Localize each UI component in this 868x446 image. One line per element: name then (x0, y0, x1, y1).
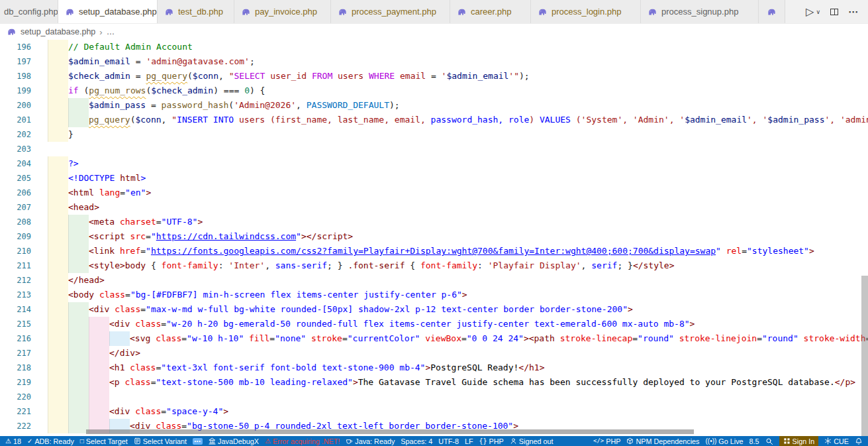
status-item-8-5[interactable]: 8.5 (749, 436, 759, 446)
line-number[interactable]: 219 (0, 375, 48, 390)
code-line[interactable]: 198$check_admin = pg_query($conn, "SELEC… (0, 69, 868, 84)
tab-stub[interactable] (759, 0, 785, 23)
split-editor-icon[interactable] (830, 9, 838, 15)
code-line[interactable]: 220 (0, 390, 868, 404)
line-number[interactable]: 221 (0, 404, 48, 419)
line-number[interactable]: 218 (0, 361, 48, 375)
line-number[interactable]: 220 (0, 390, 48, 404)
tab-strip: db_config.phpsetup_database.php×test_db.… (0, 0, 785, 23)
line-number[interactable]: 205 (0, 171, 48, 186)
tab-test_db-php[interactable]: test_db.php (158, 0, 234, 23)
tab-db_config-php[interactable]: db_config.php (0, 0, 58, 23)
line-number[interactable]: 197 (0, 54, 48, 69)
status-item-error-acquiring-net-[interactable]: ⚠Error acquiring .NET! (265, 436, 340, 446)
code-line[interactable]: 212</head> (0, 273, 868, 288)
status-item-java-ready[interactable]: Java: Ready (346, 436, 395, 446)
status-item-javadebugx[interactable]: JavaDebugX (209, 436, 259, 446)
line-number[interactable]: 207 (0, 200, 48, 215)
line-number[interactable]: 200 (0, 98, 48, 113)
line-number[interactable]: 222 (0, 419, 48, 433)
line-number[interactable]: 196 (0, 40, 48, 54)
tab-career-php[interactable]: career.php (450, 0, 531, 23)
tab-pay_invoice-php[interactable]: pay_invoice.php (234, 0, 331, 23)
tab-process_login-php[interactable]: process_login.php (531, 0, 641, 23)
code-line[interactable]: 199if (pg_num_rows($check_admin) === 0) … (0, 84, 868, 98)
tab-process_payment-php[interactable]: process_payment.php (331, 0, 450, 23)
line-number[interactable]: 206 (0, 186, 48, 200)
variant-icon (134, 437, 141, 445)
status-item-magnifier[interactable] (765, 436, 773, 446)
line-number[interactable]: 209 (0, 229, 48, 244)
status-item-signed-out[interactable]: Signed out (510, 436, 554, 446)
code-line[interactable]: 218<h1 class="text-3xl font-serif font-b… (0, 361, 868, 375)
line-number[interactable]: 215 (0, 317, 48, 331)
line-number[interactable]: 198 (0, 69, 48, 84)
status-item-spaces-4[interactable]: Spaces: 4 (401, 436, 432, 446)
breadcrumb-file[interactable]: setup_database.php (21, 27, 95, 36)
code-line[interactable]: 203 (0, 142, 868, 156)
status-item-adb-ready[interactable]: ✓ADB: Ready (27, 436, 74, 446)
status-item-sign-in[interactable]: Sign In (779, 436, 819, 446)
code-line[interactable]: 214<div class="max-w-md w-full bg-white … (0, 302, 868, 317)
code-line[interactable]: 221<div class="space-y-4"> (0, 404, 868, 419)
breadcrumb-ellipsis[interactable]: … (107, 27, 115, 36)
line-number[interactable]: 204 (0, 156, 48, 171)
line-number[interactable]: 210 (0, 244, 48, 258)
php-elephant-icon (241, 7, 251, 17)
code-text: <h1 class="text-3xl font-serif font-bold… (109, 361, 544, 375)
status-item-npm-dependencies[interactable]: NPM Dependencies (626, 436, 699, 446)
status-item-select-variant[interactable]: Select Variant (134, 436, 187, 446)
code-line[interactable]: 211<style>body { font-family: 'Inter', s… (0, 258, 868, 273)
code-line[interactable]: 215<div class="w-20 h-20 bg-emerald-50 r… (0, 317, 868, 331)
vertical-scrollbar[interactable] (861, 276, 868, 436)
status-item-utf-8[interactable]: UTF-8 (438, 436, 459, 446)
code-line[interactable]: 217</div> (0, 346, 868, 361)
code-line[interactable]: 210<link href="https://fonts.googleapis.… (0, 244, 868, 258)
asterisk-icon (824, 437, 832, 445)
line-number[interactable]: 211 (0, 258, 48, 273)
code-line[interactable]: 206<html lang="en"> (0, 186, 868, 200)
line-number[interactable]: 214 (0, 302, 48, 317)
line-number[interactable]: 213 (0, 288, 48, 302)
status-item-bell[interactable] (855, 436, 863, 446)
line-number[interactable]: 208 (0, 215, 48, 229)
code-line[interactable]: 213<body class="bg-[#FDFBF7] min-h-scree… (0, 288, 868, 302)
status-item-18[interactable]: ⚠18 (5, 436, 21, 446)
line-number[interactable]: 201 (0, 113, 48, 127)
line-number[interactable]: 202 (0, 127, 48, 142)
code-line[interactable]: 197$admin_email = 'admin@gatavase.com'; (0, 54, 868, 69)
indent-guide (89, 331, 109, 346)
tab-setup_database-php[interactable]: setup_database.php× (58, 0, 158, 23)
code-line[interactable]: 209<script src="https://cdn.tailwindcss.… (0, 229, 868, 244)
code-line[interactable]: 216<svg class="w-10 h-10" fill="none" st… (0, 331, 868, 346)
line-number[interactable]: 217 (0, 346, 48, 361)
status-item-php[interactable]: {}PHP (479, 436, 504, 446)
code-line[interactable]: 207<head> (0, 200, 868, 215)
code-line[interactable]: 200$admin_pass = password_hash('Admin@20… (0, 98, 868, 113)
code-line[interactable]: 219<p class="text-stone-500 mb-10 leadin… (0, 375, 868, 390)
code-line[interactable]: 196// Default Admin Account (0, 40, 868, 54)
status-item-lf[interactable]: LF (465, 436, 473, 446)
code-line[interactable]: 204?> (0, 156, 868, 171)
line-number[interactable]: 203 (0, 142, 48, 156)
status-item-cue[interactable]: CUE (824, 436, 849, 446)
line-number[interactable]: 216 (0, 331, 48, 346)
run-button[interactable]: ▷ ∨ (806, 5, 820, 18)
code-line[interactable]: 205<!DOCTYPE html> (0, 171, 868, 186)
horizontal-scrollbar[interactable] (86, 429, 694, 434)
status-item-php[interactable]: </>PHP (593, 436, 620, 446)
code-editor[interactable]: 196// Default Admin Account197$admin_ema… (0, 40, 868, 436)
tab-label: test_db.php (178, 7, 223, 17)
indent-guide (89, 317, 109, 331)
code-line[interactable]: 202} (0, 127, 868, 142)
chevron-down-icon[interactable]: ∨ (816, 9, 820, 15)
status-item-select-target[interactable]: □Select Target (80, 436, 128, 446)
status-item-go-live[interactable]: ((•))Go Live (706, 436, 744, 446)
code-line[interactable]: 208<meta charset="UTF-8"> (0, 215, 868, 229)
line-number[interactable]: 212 (0, 273, 48, 288)
more-actions-icon[interactable]: ⋯ (848, 6, 859, 18)
code-line[interactable]: 201pg_query($conn, "INSERT INTO users (f… (0, 113, 868, 127)
status-item-bluebox[interactable]: ••• (193, 436, 203, 446)
line-number[interactable]: 199 (0, 84, 48, 98)
tab-process_signup-php[interactable]: process_signup.php (641, 0, 759, 23)
